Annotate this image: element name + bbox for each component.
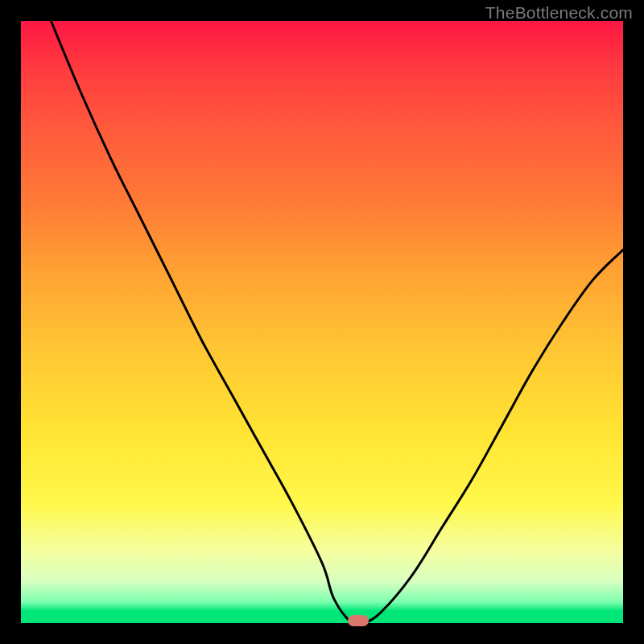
credit-label: TheBottleneck.com: [485, 3, 633, 23]
bottleneck-curve: [21, 21, 623, 623]
chart-container: TheBottleneck.com: [0, 0, 644, 644]
optimal-marker: [348, 615, 369, 626]
plot-area: [21, 21, 623, 623]
